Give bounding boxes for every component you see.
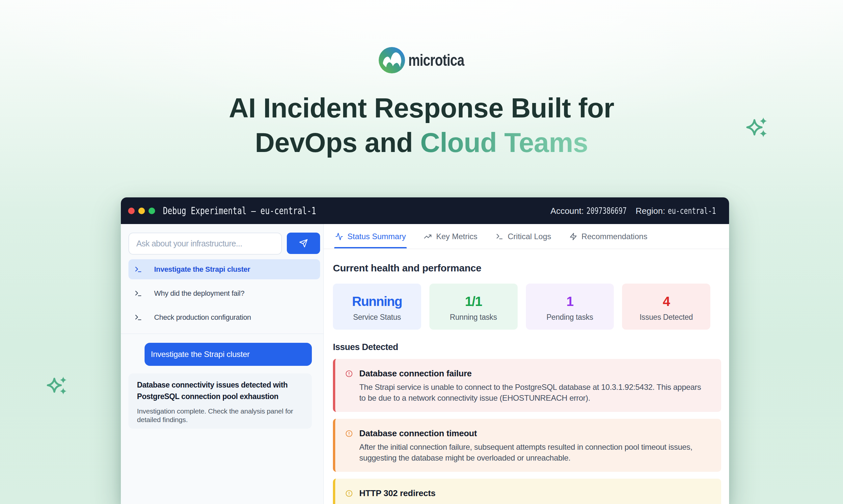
- analysis-panel: Status Summary Key Metrics Critical Logs: [324, 224, 729, 504]
- microtica-logo-icon: [379, 47, 405, 73]
- terminal-glyph: [134, 266, 142, 273]
- brand-logo: microtica: [0, 47, 843, 73]
- alert-circle-icon: [345, 370, 353, 379]
- result-title: Database connectivity issues detected wi…: [137, 379, 307, 402]
- stat-value: 1: [566, 294, 573, 309]
- window-title: Debug Experimental — eu-central-1: [163, 205, 316, 216]
- stat-label: Pending tasks: [546, 313, 593, 322]
- suggestion-list: Investigate the Strapi cluster Why did t…: [128, 259, 320, 331]
- alert-circle-glyph: [345, 370, 353, 377]
- stat-label: Service Status: [353, 313, 401, 322]
- hero-line2-prefix: DevOps and: [255, 127, 420, 158]
- send-button[interactable]: [287, 233, 320, 254]
- terminal-glyph: [134, 313, 142, 321]
- user-message-bubble: Investigate the Strapi cluster: [144, 343, 312, 366]
- tab-label: Critical Logs: [508, 232, 551, 241]
- health-heading: Current health and performance: [333, 263, 721, 274]
- suggestion-label: Check production configuration: [154, 313, 251, 322]
- stat-value: Running: [352, 294, 402, 309]
- tab-content: Current health and performance Running S…: [324, 249, 729, 504]
- tab-label: Key Metrics: [436, 232, 477, 241]
- tab-bar: Status Summary Key Metrics Critical Logs: [324, 224, 729, 249]
- zap-icon: [569, 233, 577, 240]
- terminal-icon: [496, 233, 503, 240]
- tab-label: Status Summary: [347, 232, 406, 241]
- analysis-result-card: Database connectivity issues detected wi…: [128, 373, 312, 429]
- window-meta: Account:2097386697 Region:eu-central-1: [551, 205, 716, 216]
- tab-critical-logs[interactable]: Critical Logs: [495, 224, 552, 249]
- stat-cards: Running Service Status 1/1 Running tasks…: [333, 284, 710, 330]
- issue-title: Database connection failure: [359, 369, 705, 378]
- stat-value: 1/1: [465, 294, 482, 309]
- trending-up-icon: [424, 233, 432, 240]
- send-icon: [299, 239, 308, 248]
- assistant-panel: Ask about your infrastructure... Investi…: [121, 224, 324, 504]
- activity-icon: [335, 233, 343, 240]
- tab-key-metrics[interactable]: Key Metrics: [423, 224, 478, 249]
- hero-line1: AI Incident Response Built for: [229, 93, 614, 123]
- page-title: AI Incident Response Built for DevOps an…: [0, 91, 843, 160]
- stat-pending-tasks: 1 Pending tasks: [526, 284, 614, 330]
- result-body: Investigation complete. Check the analys…: [137, 407, 307, 424]
- issue-card-db-connection-failure: Database connection failure The Strapi s…: [333, 359, 721, 412]
- issue-list: Database connection failure The Strapi s…: [333, 359, 721, 504]
- issue-title: HTTP 302 redirects: [359, 488, 705, 498]
- stat-value: 4: [663, 294, 670, 309]
- issue-body: The Strapi service is unable to connect …: [359, 382, 705, 403]
- stat-label: Issues Detected: [639, 313, 693, 322]
- tab-recommendations[interactable]: Recommendations: [568, 224, 648, 249]
- alert-circle-glyph: [345, 490, 353, 497]
- stat-running-tasks: 1/1 Running tasks: [429, 284, 518, 330]
- alert-circle-glyph: [345, 430, 353, 437]
- issue-body: After the initial connection failure, su…: [359, 442, 705, 463]
- region-value: eu-central-1: [668, 205, 716, 216]
- region-label: Region:: [636, 206, 665, 216]
- account-value: 2097386697: [586, 205, 627, 216]
- close-window-icon[interactable]: [128, 208, 135, 214]
- tab-status-summary[interactable]: Status Summary: [334, 224, 407, 249]
- maximize-window-icon[interactable]: [149, 208, 155, 214]
- suggestion-deployment-fail[interactable]: Why did the deployment fail?: [128, 283, 320, 303]
- suggestion-check-production[interactable]: Check production configuration: [128, 307, 320, 327]
- alert-circle-icon: [345, 490, 353, 499]
- ask-row: Ask about your infrastructure...: [128, 233, 320, 255]
- ask-input[interactable]: Ask about your infrastructure...: [128, 233, 282, 255]
- brand-name: microtica: [408, 51, 464, 70]
- suggestion-investigate-strapi[interactable]: Investigate the Strapi cluster: [128, 259, 320, 279]
- suggestion-label: Investigate the Strapi cluster: [154, 265, 250, 274]
- hero-highlight: Cloud Teams: [420, 127, 588, 158]
- issue-card-db-connection-timeout: Database connection timeout After the in…: [333, 419, 721, 472]
- window-body: Ask about your infrastructure... Investi…: [121, 224, 729, 504]
- terminal-icon: [134, 266, 142, 273]
- issue-card-http-302-redirects: HTTP 302 redirects The service is respon…: [333, 479, 721, 504]
- account-info: Account:2097386697: [551, 205, 627, 216]
- alert-circle-icon: [345, 430, 353, 438]
- terminal-icon: [134, 289, 142, 298]
- terminal-glyph: [134, 289, 142, 298]
- account-label: Account:: [551, 206, 584, 216]
- sparkles-decoration-left: [40, 371, 70, 401]
- suggestion-label: Why did the deployment fail?: [154, 289, 244, 298]
- tab-label: Recommendations: [582, 232, 648, 241]
- stat-issues-detected: 4 Issues Detected: [622, 284, 710, 330]
- issue-body: The service is responding with HTTP 302 …: [359, 502, 705, 504]
- stat-label: Running tasks: [450, 313, 497, 322]
- section-divider: [121, 334, 323, 334]
- issues-heading: Issues Detected: [333, 342, 721, 352]
- issue-title: Database connection timeout: [359, 429, 705, 438]
- stat-service-status: Running Service Status: [333, 284, 421, 330]
- terminal-icon: [134, 313, 142, 321]
- app-window: Debug Experimental — eu-central-1 Accoun…: [121, 197, 729, 504]
- minimize-window-icon[interactable]: [138, 208, 145, 214]
- window-titlebar: Debug Experimental — eu-central-1 Accoun…: [121, 197, 729, 224]
- region-info: Region:eu-central-1: [636, 205, 716, 216]
